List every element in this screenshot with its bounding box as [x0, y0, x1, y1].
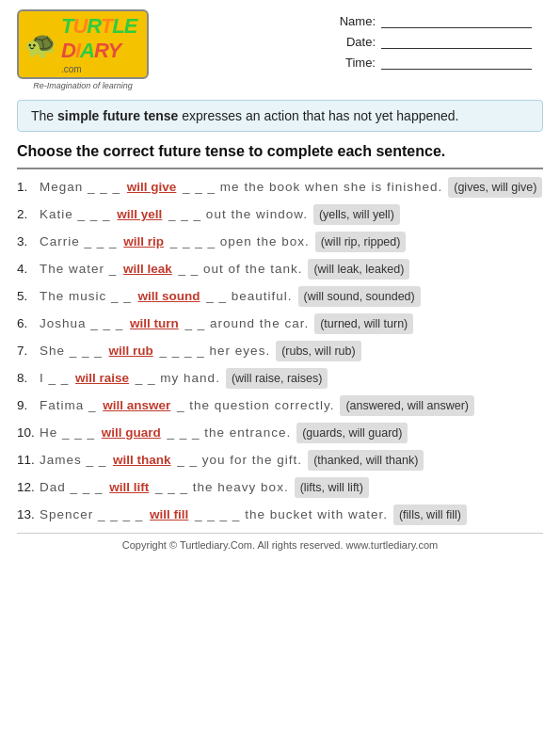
sentence-before: She _ _ _: [40, 341, 107, 361]
sentence-answer: will guard: [102, 423, 161, 443]
sentence-num: 5.: [17, 286, 38, 307]
sentence-options: (fills, will fill): [393, 505, 467, 525]
sentence-options: (will sound, sounded): [298, 286, 421, 307]
sentence-item: 5.The music _ _ will sound _ _ beautiful…: [17, 286, 543, 307]
sentence-answer: will turn: [130, 313, 179, 334]
sentence-before: Fatima _: [40, 395, 101, 416]
sentence-after: _ _ _ _ her eyes.: [155, 341, 270, 361]
sentence-after: _ _ _ out the window.: [164, 204, 308, 225]
sentence-before: The water _: [40, 259, 121, 280]
sentence-item: 3.Carrie _ _ _ will rip _ _ _ _ open the…: [17, 232, 543, 252]
name-label: Name:: [336, 14, 376, 28]
date-row: Date:: [336, 34, 543, 49]
sentence-num: 1.: [17, 177, 38, 198]
sentence-answer: will lift: [109, 477, 149, 498]
sentence-answer: will yell: [117, 204, 162, 225]
sentence-item: 1.Megan _ _ _ will give _ _ _ me the boo…: [17, 177, 543, 198]
name-row: Name:: [336, 13, 543, 28]
sentence-item: 7.She _ _ _ will rub _ _ _ _ her eyes.(r…: [17, 341, 543, 361]
sentence-before: Carrie _ _ _: [40, 232, 121, 252]
sentence-options: (yells, will yell): [313, 204, 400, 225]
sentence-num: 11.: [17, 450, 38, 471]
sentence-options: (guards, will guard): [296, 423, 408, 443]
sentence-answer: will raise: [75, 368, 129, 389]
info-bold: simple future tense: [57, 108, 178, 123]
info-suffix: expresses an action that has not yet hap…: [178, 108, 458, 123]
sentence-list: 1.Megan _ _ _ will give _ _ _ me the boo…: [17, 177, 543, 525]
sentence-item: 10.He _ _ _ will guard _ _ _ the entranc…: [17, 423, 543, 443]
logo-box: 🐢 TURTLE DIARY .com: [17, 9, 149, 79]
sentence-num: 8.: [17, 368, 38, 389]
sentence-num: 13.: [17, 505, 38, 525]
page: 🐢 TURTLE DIARY .com Re-Imagination of le…: [0, 0, 560, 753]
sentence-num: 10.: [17, 423, 38, 443]
sentence-num: 2.: [17, 204, 38, 225]
sentence-answer: will thank: [113, 450, 171, 471]
sentence-after: _ _ out of the tank.: [174, 259, 303, 280]
sentence-num: 9.: [17, 395, 38, 416]
sentence-options: (rubs, will rub): [276, 341, 361, 361]
sentence-after: _ _ my hand.: [131, 368, 220, 389]
sentence-answer: will leak: [123, 259, 172, 280]
sentence-after: _ _ _ the entrance.: [163, 423, 291, 443]
sentence-options: (will rip, ripped): [315, 232, 407, 252]
sentence-options: (thanked, will thank): [308, 450, 424, 471]
sentence-options: (answered, will answer): [340, 395, 474, 416]
sentence-before: He _ _ _: [40, 423, 100, 443]
divider: [17, 168, 543, 169]
sentence-item: 11.James _ _ will thank _ _ you for the …: [17, 450, 543, 471]
sentence-answer: will sound: [138, 286, 200, 307]
sentence-answer: will give: [127, 177, 177, 198]
time-input-line: [381, 55, 532, 70]
sentence-after: _ _ _ me the book when she is finished.: [178, 177, 442, 198]
logo-text: TURTLE DIARY: [61, 14, 141, 63]
logo-tagline: Re-Imagination of learning: [33, 81, 133, 90]
name-input-line: [381, 13, 532, 28]
footer: Copyright © Turtlediary.Com. All rights …: [17, 533, 543, 551]
sentence-item: 9.Fatima _ will answer _ the question co…: [17, 395, 543, 416]
name-fields: Name: Date: Time:: [336, 9, 543, 70]
time-row: Time:: [336, 55, 543, 70]
sentence-options: (turned, will turn): [314, 313, 413, 334]
header: 🐢 TURTLE DIARY .com Re-Imagination of le…: [17, 9, 543, 90]
sentence-before: Megan _ _ _: [40, 177, 125, 198]
sentence-before: Katie _ _ _: [40, 204, 115, 225]
sentence-answer: will rip: [123, 232, 164, 252]
info-box: The simple future tense expresses an act…: [17, 100, 543, 132]
sentence-item: 4.The water _ will leak _ _ out of the t…: [17, 259, 543, 280]
sentence-item: 12.Dad _ _ _ will lift _ _ _ the heavy b…: [17, 477, 543, 498]
sentence-after: _ _ you for the gift.: [173, 450, 303, 471]
sentence-item: 2.Katie _ _ _ will yell _ _ _ out the wi…: [17, 204, 543, 225]
sentence-options: (will raise, raises): [226, 368, 328, 389]
sentence-after: _ the question correctly.: [172, 395, 334, 416]
sentence-after: _ _ _ _ the bucket with water.: [190, 505, 388, 525]
logo-com: .com: [61, 64, 141, 74]
sentence-options: (lifts, will lift): [295, 477, 369, 498]
sentence-after: _ _ beautiful.: [202, 286, 293, 307]
date-input-line: [381, 34, 532, 49]
sentence-num: 7.: [17, 341, 38, 361]
sentence-before: Dad _ _ _: [40, 477, 107, 498]
sentence-before: Spencer _ _ _ _: [40, 505, 148, 525]
sentence-before: James _ _: [40, 450, 111, 471]
sentence-after: _ _ _ the heavy box.: [151, 477, 288, 498]
sentence-before: Joshua _ _ _: [40, 313, 128, 334]
sentence-options: (gives, will give): [448, 177, 542, 198]
turtle-icon: 🐢: [24, 29, 57, 60]
sentence-answer: will fill: [150, 505, 188, 525]
instruction: Choose the correct future tense to compl…: [17, 143, 543, 160]
sentence-item: 6.Joshua _ _ _ will turn _ _ around the …: [17, 313, 543, 334]
sentence-num: 6.: [17, 313, 38, 334]
sentence-answer: will rub: [109, 341, 153, 361]
sentence-before: The music _ _: [40, 286, 136, 307]
sentence-before: I _ _: [40, 368, 73, 389]
sentence-item: 13.Spencer _ _ _ _ will fill _ _ _ _ the…: [17, 505, 543, 525]
sentence-after: _ _ around the car.: [181, 313, 309, 334]
date-label: Date:: [336, 35, 376, 49]
sentence-item: 8.I _ _ will raise _ _ my hand.(will rai…: [17, 368, 543, 389]
sentence-after: _ _ _ _ open the box.: [166, 232, 310, 252]
sentence-num: 12.: [17, 477, 38, 498]
time-label: Time:: [336, 56, 376, 70]
sentence-num: 3.: [17, 232, 38, 252]
sentence-options: (will leak, leaked): [308, 259, 409, 280]
